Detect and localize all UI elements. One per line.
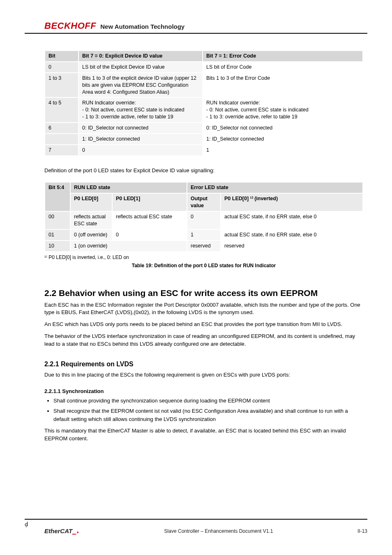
t2-r2-c12: 1 (on override) bbox=[71, 241, 187, 251]
t2-r1-c2: 0 bbox=[113, 230, 187, 240]
t1-r1-a: Bits 1 to 3 of the explicit device ID va… bbox=[79, 73, 202, 97]
t1-r3-b: 0: ID_Selector not connected bbox=[203, 123, 362, 133]
device-id-bit-table: Bit Bit 7 = 0: Explicit Device ID value … bbox=[44, 50, 363, 156]
t1-h-bit: Bit bbox=[45, 51, 78, 61]
page-footer: ḍ EtherCAT⎯▸ Slave Controller – Enhancem… bbox=[25, 519, 367, 534]
t1-r2-a: RUN Indicator override: - 0: Not active,… bbox=[79, 98, 202, 122]
t2-r0-c2: reflects actual ESC state bbox=[113, 212, 187, 229]
t1-r4-b: 1: ID_Selector connected bbox=[203, 134, 362, 144]
t2-h-err: Error LED state bbox=[187, 183, 362, 193]
section-2-2-1-p: Due to this in line placing of the ESCs … bbox=[44, 371, 363, 379]
section-2-2-p1: Each ESC has in the ESC Information regi… bbox=[44, 301, 363, 317]
footer-logo: EtherCAT⎯▸ bbox=[44, 527, 80, 534]
t1-r5-bit: 7 bbox=[45, 145, 78, 155]
t1-r3-a: 0: ID_Selector not connected bbox=[79, 123, 202, 133]
t1-r4-bit bbox=[45, 134, 78, 144]
t2-r2-c3: reserved bbox=[187, 241, 220, 251]
t1-h-col-a: Bit 7 = 0: Explicit Device ID value bbox=[79, 51, 202, 61]
t2-caption: Table 19: Definition of the port 0 LED s… bbox=[44, 263, 363, 268]
t1-caption: Definition of the port 0 LED states for … bbox=[44, 167, 363, 175]
section-2-2-1-1-last: This is mandatory that the EtherCAT Mast… bbox=[44, 427, 363, 443]
t1-r2-bit: 4 to 5 bbox=[45, 98, 78, 122]
t2-r1-c0: 01 bbox=[45, 230, 70, 240]
t2-r1-c1: 0 (off override) bbox=[71, 230, 112, 240]
t2-r1-c4: actual ESC state, if no ERR state, else … bbox=[221, 230, 362, 240]
bullet-item: Shall continue providing the synchroniza… bbox=[53, 397, 363, 405]
t1-r4-a: 1: ID_Selector connected bbox=[79, 134, 202, 144]
t2-r0-c0: 00 bbox=[45, 212, 70, 229]
t2-sh-p0led0inv: P0 LED[0] ¹⁾ (inverted) bbox=[221, 194, 362, 211]
t2-sh-p0led1: P0 LED[1] bbox=[113, 194, 187, 211]
t2-sh-p0led0: P0 LED[0] bbox=[71, 194, 112, 211]
footer-center-text: Slave Controller – Enhancements Document… bbox=[164, 528, 273, 534]
t1-r5-a: 0 bbox=[79, 145, 202, 155]
t2-h-bit: Bit 5:4 bbox=[45, 183, 70, 211]
t1-r2-b: RUN Indicator override: - 0: Not active,… bbox=[203, 98, 362, 122]
t2-h-run: RUN LED state bbox=[71, 183, 187, 193]
brand-logo: BECKHOFF bbox=[44, 21, 96, 31]
t1-r3-bit: 6 bbox=[45, 123, 78, 133]
t1-r0-b: LS bit of Error Code bbox=[203, 62, 362, 72]
t1-h-col-b: Bit 7 = 1: Error Code bbox=[203, 51, 362, 61]
run-indicator-table: Bit 5:4 RUN LED state Error LED state P0… bbox=[44, 182, 363, 252]
t2-sh-outval: Output value bbox=[187, 194, 220, 211]
t1-r5-b: 1 bbox=[203, 145, 362, 155]
t2-r2-c0: 10 bbox=[45, 241, 70, 251]
t2-r0-c1: reflects actual ESC state bbox=[71, 212, 112, 229]
brand-tagline: New Automation Technology bbox=[100, 23, 184, 30]
section-2-2-p3: The behavior of the LVDS interface synch… bbox=[44, 333, 363, 348]
bullet-item: Shall recognize that the EEPROM content … bbox=[53, 407, 363, 423]
t1-r1-b: Bits 1 to 3 of the Error Code bbox=[203, 73, 362, 97]
section-2-2-p2: An ESC which has LVDS only ports needs t… bbox=[44, 321, 363, 328]
section-2-2-1-1-title: 2.2.1.1 Synchronization bbox=[44, 388, 363, 394]
t1-r1-bit: 1 to 3 bbox=[45, 73, 78, 97]
t1-r0-a: LS bit of the Explicit Device ID value bbox=[79, 62, 202, 72]
section-2-2-title: 2.2 Behavior when using an ESC for write… bbox=[44, 288, 363, 298]
t2-r2-c4: reserved bbox=[221, 241, 362, 251]
t2-footnote: ¹⁾ P0 LED[0] is inverted, i.e., 0: LED o… bbox=[44, 254, 363, 260]
t2-r0-c3: 0 bbox=[187, 212, 220, 229]
section-2-2-1-title: 2.2.1 Requirements on LVDS bbox=[44, 361, 363, 368]
t1-r0-bit: 0 bbox=[45, 62, 78, 72]
header-rule bbox=[25, 33, 367, 34]
t2-r0-c4: actual ESC state, if no ERR state, else … bbox=[221, 212, 362, 229]
footer-page-number: II-13 bbox=[357, 528, 367, 534]
t2-r1-c3: 1 bbox=[187, 230, 220, 240]
